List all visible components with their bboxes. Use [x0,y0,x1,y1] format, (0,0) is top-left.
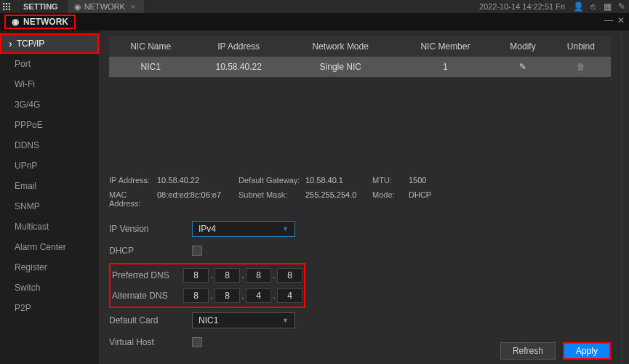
sidebar-item-3g4g[interactable]: 3G/4G [0,94,99,115]
datetime-label: 2022-10-14 14:22:51 Fri [479,2,565,11]
tab-network[interactable]: ◉ NETWORK × [68,0,144,13]
sidebar-item-register[interactable]: Register [0,257,99,278]
sidebar-item-alarm-center[interactable]: Alarm Center [0,237,99,257]
preferred-dns-input[interactable]: 8. 8. 8. 8 [183,268,303,283]
sidebar: TCP/IP Port Wi-Fi 3G/4G PPPoE DDNS UPnP … [0,31,99,364]
cell-unbind[interactable]: 🗑 [551,57,611,77]
svg-rect-0 [3,3,4,4]
apply-button[interactable]: Apply [563,342,611,360]
apps-grid-icon[interactable] [0,0,13,13]
val-mac: 08:ed:ed:8c:06:e7 [157,190,237,208]
edit-icon[interactable]: ✎ [614,0,629,13]
cell-modify[interactable]: ✎ [494,57,550,77]
ip-version-select[interactable]: IPv4 ▼ [192,221,295,237]
globe-icon: ◉ [12,17,19,27]
nic-table: NIC Name IP Address Network Mode NIC Mem… [109,36,611,77]
dns-octet[interactable]: 8 [277,268,303,283]
sidebar-item-p2p[interactable]: P2P [0,298,99,318]
trash-icon[interactable]: 🗑 [577,62,585,72]
lbl-alt-dns: Alternate DNS [112,291,183,301]
th-nic-name: NIC Name [109,36,192,57]
cell-nic-name: NIC1 [109,57,192,77]
val-mtu: 1500 [409,176,467,185]
th-ip-address: IP Address [192,36,285,57]
default-card-select[interactable]: NIC1 ▼ [192,312,295,328]
main-panel: NIC Name IP Address Network Mode NIC Mem… [99,31,621,364]
virtual-host-checkbox[interactable] [192,337,202,347]
sidebar-item-snmp[interactable]: SNMP [0,196,99,217]
sidebar-item-email[interactable]: Email [0,176,99,196]
svg-rect-8 [9,9,10,10]
page-title-text: NETWORK [23,17,68,27]
th-unbind: Unbind [551,36,611,57]
lbl-virtual-host: Virtual Host [109,337,192,347]
scrollbar[interactable] [621,31,629,364]
dns-octet[interactable]: 4 [246,288,271,303]
pencil-icon[interactable]: ✎ [519,62,526,72]
tab-setting[interactable]: SETTING [13,2,68,11]
val-subnet: 255.255.254.0 [305,190,371,208]
sidebar-item-ddns[interactable]: DDNS [0,135,99,155]
page-title: ◉ NETWORK [4,15,76,29]
sidebar-item-wifi[interactable]: Wi-Fi [0,74,99,94]
svg-rect-7 [6,9,7,10]
lbl-dhcp: DHCP [109,246,192,256]
close-icon[interactable]: × [128,2,138,11]
svg-rect-4 [6,6,7,7]
lbl-mac: MAC Address: [109,190,156,208]
lbl-default-card: Default Card [109,315,192,325]
val-mode: DHCP [409,190,467,208]
cell-mode: Single NIC [285,57,396,77]
refresh-button[interactable]: Refresh [500,342,556,360]
svg-rect-6 [3,9,4,10]
lbl-mtu: MTU: [372,176,407,185]
svg-rect-5 [9,6,10,7]
qr-icon[interactable]: ▦ [600,0,614,13]
logout-icon[interactable]: ⎋ [585,0,600,13]
table-row[interactable]: NIC1 10.58.40.22 Single NIC 1 ✎ 🗑 [109,57,611,77]
sidebar-item-pppoe[interactable]: PPPoE [0,115,99,135]
val-gw: 10.58.40.1 [305,176,371,185]
alternate-dns-input[interactable]: 8. 8. 4. 4 [183,288,303,303]
sidebar-item-tcpip[interactable]: TCP/IP [0,33,99,54]
lbl-pref-dns: Preferred DNS [112,270,183,280]
chevron-down-icon: ▼ [282,225,289,232]
lbl-mode: Mode: [372,190,407,208]
lbl-gw: Default Gateway: [239,176,304,185]
val-ip: 10.58.40.22 [157,176,237,185]
nic-info-grid: IP Address: 10.58.40.22 Default Gateway:… [109,169,611,212]
globe-icon: ◉ [74,2,81,12]
dns-octet[interactable]: 4 [277,288,303,303]
th-nic-member: NIC Member [396,36,494,57]
user-icon[interactable]: 👤 [571,0,585,13]
dns-octet[interactable]: 8 [215,288,240,303]
close-icon[interactable]: ✕ [617,15,625,25]
lbl-ip: IP Address: [109,176,156,185]
dhcp-checkbox[interactable] [192,246,202,256]
th-network-mode: Network Mode [285,36,396,57]
sidebar-item-multicast[interactable]: Multicast [0,217,99,237]
sidebar-item-port[interactable]: Port [0,54,99,74]
dns-octet[interactable]: 8 [183,288,209,303]
lbl-ip-version: IP Version [109,224,192,234]
lbl-subnet: Subnet Mask: [239,190,304,208]
dns-highlight-box: Preferred DNS 8. 8. 8. 8 Alternate DNS 8… [109,263,305,308]
page-header: ◉ NETWORK — ✕ [0,13,629,31]
cell-ip: 10.58.40.22 [192,57,285,77]
tcpip-form: IP Version IPv4 ▼ DHCP Preferred DNS 8. … [109,219,611,355]
dns-octet[interactable]: 8 [215,268,240,283]
dns-octet[interactable]: 8 [246,268,271,283]
dns-octet[interactable]: 8 [183,268,209,283]
sidebar-item-switch[interactable]: Switch [0,278,99,298]
chevron-down-icon: ▼ [282,317,289,324]
svg-rect-1 [6,3,7,4]
th-modify: Modify [494,36,550,57]
svg-rect-2 [9,3,10,4]
tab-network-label: NETWORK [84,2,125,11]
ip-version-value: IPv4 [199,224,216,234]
titlebar: SETTING ◉ NETWORK × 2022-10-14 14:22:51 … [0,0,629,13]
sidebar-item-upnp[interactable]: UPnP [0,155,99,176]
minimize-icon[interactable]: — [604,15,613,25]
svg-rect-3 [3,6,4,7]
default-card-value: NIC1 [199,315,218,325]
